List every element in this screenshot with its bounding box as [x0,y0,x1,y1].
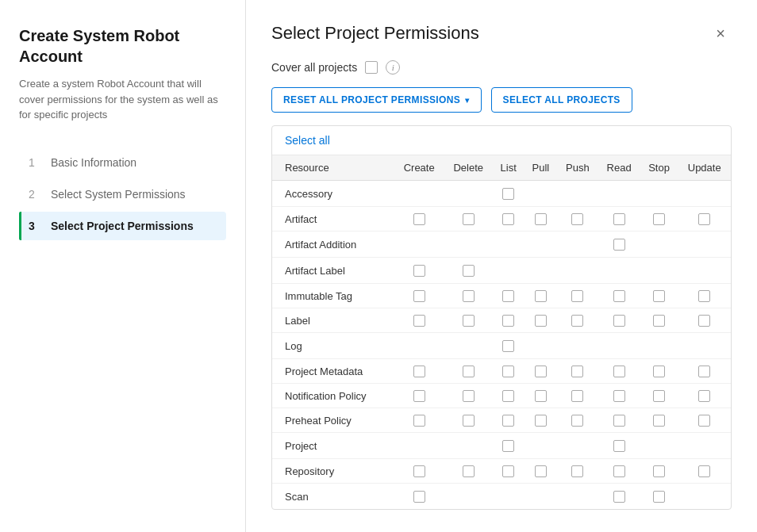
cell-stop[interactable] [640,433,678,459]
checkbox-update[interactable] [698,213,710,225]
cell-stop[interactable] [640,232,678,258]
checkbox-stop[interactable] [653,491,665,503]
cell-read[interactable] [598,308,640,333]
cell-read[interactable] [598,408,640,433]
cell-create[interactable] [394,333,444,359]
checkbox-delete[interactable] [463,366,475,377]
cell-stop[interactable] [640,459,678,484]
cell-stop[interactable] [640,384,678,408]
checkbox-stop[interactable] [653,465,665,477]
cell-push[interactable] [557,232,598,258]
cell-list[interactable] [493,308,525,333]
cell-delete[interactable] [444,484,493,510]
checkbox-create[interactable] [413,315,425,327]
cell-pull[interactable] [525,333,558,359]
step-item-2[interactable]: 2 Select System Permissions [19,180,226,209]
cell-pull[interactable] [525,484,558,510]
cell-stop[interactable] [640,308,678,333]
checkbox-create[interactable] [413,265,425,277]
info-icon[interactable]: i [386,60,400,75]
cell-delete[interactable] [444,408,493,433]
cell-stop[interactable] [640,258,678,284]
checkbox-read[interactable] [613,315,625,327]
cell-push[interactable] [557,207,598,232]
cell-stop[interactable] [640,207,678,232]
step-item-1[interactable]: 1 Basic Information [19,148,226,177]
cell-list[interactable] [493,384,525,408]
checkbox-create[interactable] [413,390,425,402]
cell-delete[interactable] [444,459,493,484]
cell-list[interactable] [493,459,525,484]
cell-list[interactable] [493,359,525,384]
cell-list[interactable] [493,284,525,308]
cell-delete[interactable] [444,359,493,384]
cell-update[interactable] [678,181,731,207]
cell-stop[interactable] [640,359,678,384]
cell-stop[interactable] [640,284,678,308]
cell-read[interactable] [598,232,640,258]
cell-delete[interactable] [444,258,493,284]
cell-update[interactable] [678,408,731,433]
cell-create[interactable] [394,258,444,284]
cell-delete[interactable] [444,284,493,308]
cell-update[interactable] [678,384,731,408]
checkbox-update[interactable] [698,315,710,327]
checkbox-update[interactable] [698,390,710,402]
cell-stop[interactable] [640,333,678,359]
cell-push[interactable] [557,258,598,284]
close-button[interactable]: × [709,22,732,44]
checkbox-delete[interactable] [463,290,475,302]
cell-update[interactable] [678,459,731,484]
cell-pull[interactable] [525,408,558,433]
checkbox-delete[interactable] [463,415,475,427]
cell-update[interactable] [678,284,731,308]
cell-create[interactable] [394,433,444,459]
checkbox-push[interactable] [571,366,583,377]
checkbox-read[interactable] [613,366,625,377]
checkbox-push[interactable] [571,213,583,225]
checkbox-create[interactable] [413,290,425,302]
checkbox-delete[interactable] [463,465,475,477]
cell-read[interactable] [598,181,640,207]
cell-create[interactable] [394,181,444,207]
cell-push[interactable] [557,308,598,333]
checkbox-update[interactable] [698,290,710,302]
cell-update[interactable] [678,232,731,258]
cell-create[interactable] [394,232,444,258]
cell-delete[interactable] [444,308,493,333]
checkbox-update[interactable] [698,415,710,427]
cell-create[interactable] [394,207,444,232]
cell-update[interactable] [678,258,731,284]
cell-read[interactable] [598,333,640,359]
cell-list[interactable] [493,181,525,207]
cell-create[interactable] [394,308,444,333]
cell-read[interactable] [598,433,640,459]
checkbox-list[interactable] [502,213,514,225]
cell-pull[interactable] [525,181,558,207]
checkbox-list[interactable] [502,188,514,200]
checkbox-push[interactable] [571,415,583,427]
checkbox-create[interactable] [413,465,425,477]
cell-pull[interactable] [525,308,558,333]
cell-update[interactable] [678,484,731,510]
cell-list[interactable] [493,484,525,510]
checkbox-read[interactable] [613,239,625,251]
select-all-link[interactable]: Select all [272,126,731,155]
checkbox-list[interactable] [502,390,514,402]
cell-read[interactable] [598,207,640,232]
cell-push[interactable] [557,284,598,308]
checkbox-read[interactable] [613,290,625,302]
cell-read[interactable] [598,284,640,308]
cell-create[interactable] [394,408,444,433]
reset-permissions-button[interactable]: RESET ALL PROJECT PERMISSIONS ▾ [271,87,482,113]
checkbox-delete[interactable] [463,213,475,225]
cell-delete[interactable] [444,232,493,258]
checkbox-create[interactable] [413,213,425,225]
cell-list[interactable] [493,408,525,433]
cell-create[interactable] [394,484,444,510]
checkbox-create[interactable] [413,366,425,377]
checkbox-list[interactable] [502,290,514,302]
cell-list[interactable] [493,207,525,232]
cell-read[interactable] [598,384,640,408]
cell-read[interactable] [598,484,640,510]
